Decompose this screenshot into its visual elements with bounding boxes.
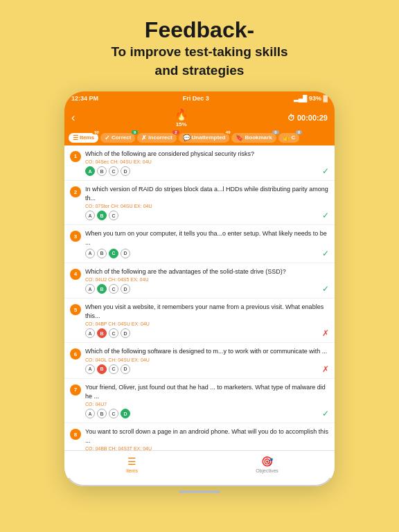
home-indicator bbox=[179, 490, 220, 493]
filter-tabs: ☰ Items 90 ✓ Correct 9 ✗ Incorrect 2 💬 U… bbox=[64, 130, 335, 145]
answer-row: ABCD ✓ bbox=[85, 284, 329, 294]
answer-option-D[interactable]: D bbox=[121, 328, 130, 338]
answer-row: ABCD ✓ bbox=[85, 249, 329, 258]
filter-tab-unattempted[interactable]: 💬 Unattempted 49 bbox=[179, 133, 230, 143]
status-signal: ▂▄█ 93% ▓ bbox=[294, 95, 328, 102]
question-body: Your friend, Oliver, just found out that… bbox=[85, 383, 329, 418]
answer-option-C[interactable]: C bbox=[109, 328, 118, 338]
question-text: When you visit a website, it remembers y… bbox=[85, 303, 329, 320]
question-meta: CO: 04BB CH: 04S3T EX: 04U bbox=[85, 446, 329, 450]
question-body: When you turn on your computer, it tells… bbox=[85, 229, 329, 258]
page-header: Feedback- To improve test-taking skills … bbox=[83, 0, 315, 91]
answer-option-A[interactable]: A bbox=[85, 364, 95, 374]
answer-option-C[interactable]: C bbox=[109, 211, 118, 220]
filter-tab-items[interactable]: ☰ Items 90 bbox=[69, 133, 98, 143]
status-correct-icon: ✓ bbox=[322, 249, 329, 258]
bookmark-tab-icon: 🔖 bbox=[236, 134, 243, 141]
answer-option-C[interactable]: C bbox=[109, 284, 118, 294]
answer-option-C[interactable]: C bbox=[109, 364, 118, 374]
question-item-8[interactable]: 8 You want to scroll down a page in an a… bbox=[64, 423, 335, 450]
bottom-tab-objectives[interactable]: 🎯 Objectives bbox=[200, 456, 335, 473]
question-item-6[interactable]: 6 Which of the following software is des… bbox=[64, 343, 335, 379]
answer-option-B[interactable]: B bbox=[97, 328, 107, 338]
question-number: 5 bbox=[70, 304, 81, 315]
status-correct-icon: ✓ bbox=[322, 166, 329, 176]
nav-center: 🔥 15% bbox=[175, 108, 188, 127]
question-text: Which of the following are considered ph… bbox=[85, 150, 329, 159]
nav-bar: ‹ 🔥 15% ⏱ 00:00:29 bbox=[64, 105, 335, 130]
filter-tab-c[interactable]: 👍 C 0 bbox=[278, 133, 300, 143]
answer-option-D[interactable]: D bbox=[121, 364, 130, 374]
nav-progress: 15% bbox=[176, 121, 187, 127]
answer-option-A[interactable]: A bbox=[85, 249, 95, 258]
answer-option-A[interactable]: A bbox=[85, 328, 95, 338]
unattempted-tab-icon: 💬 bbox=[183, 134, 190, 141]
items-tab-label: Items bbox=[80, 134, 94, 141]
answer-row: ABC ✓ bbox=[85, 211, 329, 220]
c-tab-label: C bbox=[292, 134, 296, 141]
correct-tab-icon: ✓ bbox=[105, 134, 110, 141]
answer-option-C[interactable]: C bbox=[109, 166, 118, 176]
question-meta: CO: 04BP CH: 04SU EX: 04U bbox=[85, 321, 329, 326]
question-text: Which of the following are the advantage… bbox=[85, 267, 329, 276]
question-number: 4 bbox=[70, 269, 81, 280]
question-text: Your friend, Oliver, just found out that… bbox=[85, 383, 329, 400]
answer-option-D[interactable]: D bbox=[121, 409, 130, 418]
answer-option-D[interactable]: D bbox=[121, 284, 130, 294]
answer-option-A[interactable]: A bbox=[85, 211, 95, 220]
answer-row: ABCD ✓ bbox=[85, 166, 329, 176]
answer-option-B[interactable]: B bbox=[97, 166, 107, 176]
answer-option-B[interactable]: B bbox=[97, 409, 107, 418]
question-meta: CO: 04GL CH: 04SU EX: 04U bbox=[85, 357, 329, 362]
question-item-3[interactable]: 3 When you turn on your computer, it tel… bbox=[64, 225, 335, 263]
question-number: 8 bbox=[70, 429, 81, 440]
page-title: Feedback- bbox=[111, 17, 287, 43]
answer-row: ABCD ✓ bbox=[85, 409, 329, 418]
tablet-wrapper: 12:34 PM Fri Dec 3 ▂▄█ 93% ▓ ‹ 🔥 15% ⏱ 0… bbox=[64, 91, 335, 486]
objectives-bottom-icon: 🎯 bbox=[261, 456, 273, 467]
answer-option-A[interactable]: A bbox=[85, 409, 95, 418]
question-item-5[interactable]: 5 When you visit a website, it remembers… bbox=[64, 299, 335, 343]
bottom-tab-items[interactable]: ☰ Items bbox=[64, 456, 200, 473]
answer-option-D[interactable]: D bbox=[121, 249, 130, 258]
question-text: When you turn on your computer, it tells… bbox=[85, 229, 329, 247]
answer-row: ABCD ✗ bbox=[85, 364, 329, 374]
question-body: Which of the following software is desig… bbox=[85, 347, 329, 374]
answer-option-C[interactable]: C bbox=[109, 409, 118, 418]
nav-flame-icon: 🔥 bbox=[175, 108, 188, 121]
answer-option-D[interactable]: D bbox=[121, 166, 130, 176]
question-item-1[interactable]: 1 Which of the following are considered … bbox=[64, 145, 335, 181]
filter-tab-correct[interactable]: ✓ Correct 9 bbox=[100, 133, 135, 143]
answer-option-B[interactable]: B bbox=[97, 211, 107, 220]
question-text: In which version of RAID do stripes bloc… bbox=[85, 185, 329, 202]
objectives-bottom-label: Objectives bbox=[256, 468, 278, 473]
answer-option-A[interactable]: A bbox=[85, 284, 95, 294]
nav-back-button[interactable]: ‹ bbox=[71, 112, 75, 124]
answer-option-A[interactable]: A bbox=[85, 166, 95, 176]
status-correct-icon: ✓ bbox=[322, 409, 329, 418]
unattempted-tab-label: Unattempted bbox=[192, 134, 226, 141]
correct-tab-badge: 9 bbox=[132, 130, 138, 134]
c-tab-icon: 👍 bbox=[283, 134, 290, 141]
question-body: You want to scroll down a page in an and… bbox=[85, 427, 329, 450]
question-meta: CO: 04Sec CH: 04SU EX: 04U bbox=[85, 159, 329, 164]
answer-option-B[interactable]: B bbox=[97, 364, 107, 374]
items-tab-icon: ☰ bbox=[73, 134, 78, 141]
question-item-2[interactable]: 2 In which version of RAID do stripes bl… bbox=[64, 181, 335, 225]
question-number: 1 bbox=[70, 151, 81, 162]
question-number: 7 bbox=[70, 384, 81, 396]
question-item-4[interactable]: 4 Which of the following are the advanta… bbox=[64, 263, 335, 299]
filter-tab-incorrect[interactable]: ✗ Incorrect 2 bbox=[137, 133, 176, 143]
filter-tab-bookmark[interactable]: 🔖 Bookmark 0 bbox=[231, 133, 276, 143]
question-body: When you visit a website, it remembers y… bbox=[85, 303, 329, 338]
answer-option-C[interactable]: C bbox=[109, 249, 118, 258]
answer-option-B[interactable]: B bbox=[97, 249, 107, 258]
incorrect-tab-label: Incorrect bbox=[148, 134, 172, 141]
status-correct-icon: ✓ bbox=[322, 211, 329, 220]
bookmark-tab-badge: 0 bbox=[272, 130, 278, 134]
question-body: In which version of RAID do stripes bloc… bbox=[85, 185, 329, 220]
wifi-icon: ▂▄█ bbox=[294, 95, 308, 102]
answer-option-B[interactable]: B bbox=[97, 284, 107, 294]
timer-icon: ⏱ bbox=[287, 114, 295, 122]
question-item-7[interactable]: 7 Your friend, Oliver, just found out th… bbox=[64, 379, 335, 423]
